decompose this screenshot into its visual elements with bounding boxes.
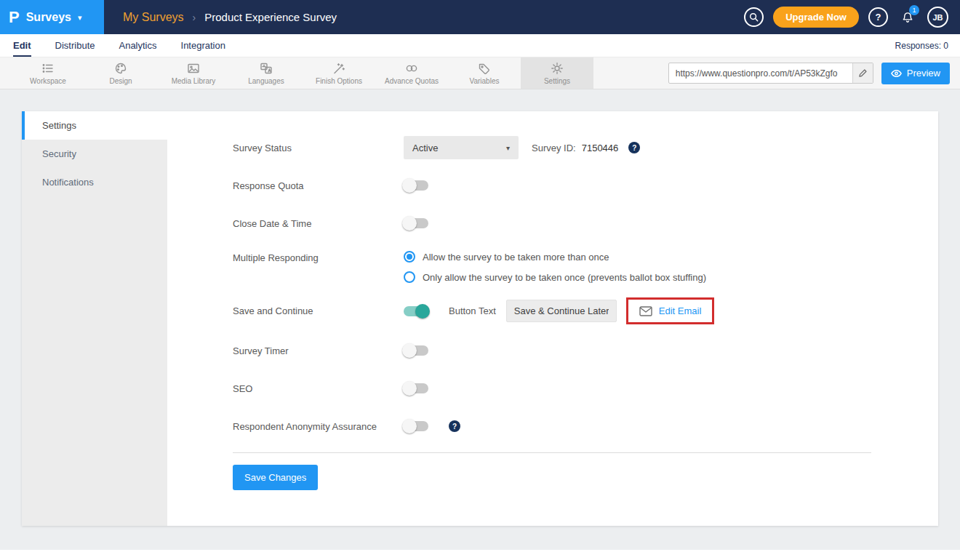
toolbar-item-media-library[interactable]: Media Library <box>157 57 230 89</box>
close-date-label: Close Date & Time <box>233 218 404 229</box>
survey-status-label: Survey Status <box>233 143 404 153</box>
toolbar-item-finish-options[interactable]: Finish Options <box>303 57 375 89</box>
questionpro-logo-icon: P <box>9 9 20 25</box>
anonymity-help-icon[interactable]: ? <box>449 420 460 432</box>
tab-distribute[interactable]: Distribute <box>55 34 95 57</box>
toolbar-item-label: Settings <box>544 77 570 85</box>
edit-url-button[interactable] <box>852 63 873 83</box>
form-divider <box>233 452 871 453</box>
variables-icon <box>477 61 492 76</box>
survey-id-help-icon[interactable]: ? <box>628 142 640 153</box>
breadcrumb-survey-title: Product Experience Survey <box>204 11 337 23</box>
chevron-right-icon: › <box>193 12 196 23</box>
survey-url-box <box>668 63 873 84</box>
save-and-continue-label: Save and Continue <box>233 305 404 316</box>
toolbar-item-label: Media Library <box>172 77 216 85</box>
breadcrumb: My Surveys › Product Experience Survey <box>123 11 337 24</box>
response-quota-label: Response Quota <box>233 180 404 191</box>
seo-label: SEO <box>233 383 404 394</box>
toolbar-item-design[interactable]: Design <box>84 57 157 89</box>
tab-edit[interactable]: Edit <box>13 34 31 57</box>
survey-status-value: Active <box>412 143 438 153</box>
toolbar-item-settings[interactable]: Settings <box>521 57 593 89</box>
preview-label: Preview <box>907 68 940 79</box>
envelope-icon <box>639 306 652 316</box>
search-button[interactable] <box>744 7 764 27</box>
notifications-button[interactable]: 1 <box>897 7 918 28</box>
toolbar-right: Preview <box>668 57 950 89</box>
preview-button[interactable]: Preview <box>881 63 950 84</box>
toggle-knob <box>402 343 417 358</box>
help-button[interactable]: ? <box>868 7 888 27</box>
save-changes-button[interactable]: Save Changes <box>233 465 318 490</box>
finish-options-icon <box>332 61 346 76</box>
chevron-down-icon: ▾ <box>78 13 82 23</box>
toolbar-item-label: Languages <box>248 77 284 85</box>
radio-unselected-icon <box>404 271 415 283</box>
sidebar-item-settings[interactable]: Settings <box>22 111 167 140</box>
toolbar-item-label: Design <box>109 77 132 85</box>
search-icon <box>749 12 759 22</box>
settings-card: Settings Security Notifications Survey S… <box>22 111 938 526</box>
product-switcher[interactable]: P Surveys ▾ <box>0 0 104 34</box>
settings-form: Survey Status Active ▾ Survey ID: 715044… <box>167 111 938 526</box>
toggle-knob <box>415 304 430 319</box>
seo-toggle[interactable] <box>404 383 428 393</box>
advance-quotas-icon <box>404 61 419 76</box>
user-avatar[interactable]: JB <box>927 7 948 28</box>
radio-label: Allow the survey to be taken more than o… <box>423 252 609 263</box>
toolbar-item-label: Variables <box>470 77 500 85</box>
languages-icon <box>259 61 273 76</box>
survey-timer-label: Survey Timer <box>233 345 404 356</box>
edit-email-highlight-box[interactable]: Edit Email <box>626 297 715 324</box>
edit-email-link[interactable]: Edit Email <box>659 305 702 316</box>
topbar-actions: Upgrade Now ? 1 JB <box>744 7 948 28</box>
anonymity-toggle[interactable] <box>404 421 428 431</box>
eye-icon <box>891 69 902 78</box>
response-quota-row: Response Quota <box>233 174 938 197</box>
toolbar-item-languages[interactable]: Languages <box>230 57 303 89</box>
sidebar-item-notifications[interactable]: Notifications <box>22 168 167 196</box>
media-library-icon <box>186 61 201 76</box>
toolbar-item-workspace[interactable]: Workspace <box>12 57 84 89</box>
toggle-knob <box>402 419 417 433</box>
radio-label: Only allow the survey to be taken once (… <box>423 272 706 283</box>
nav-tabs: Edit Distribute Analytics Integration <box>13 34 225 57</box>
radio-allow-once[interactable]: Only allow the survey to be taken once (… <box>404 271 706 283</box>
toolbar-item-label: Finish Options <box>316 77 362 85</box>
save-and-continue-toggle[interactable] <box>404 306 428 316</box>
notification-badge: 1 <box>909 5 919 15</box>
toolbar-item-variables[interactable]: Variables <box>448 57 521 89</box>
survey-timer-row: Survey Timer <box>233 339 938 362</box>
sidebar-item-security[interactable]: Security <box>22 140 167 168</box>
survey-timer-toggle[interactable] <box>404 345 428 356</box>
upgrade-now-button[interactable]: Upgrade Now <box>773 7 859 28</box>
close-date-toggle[interactable] <box>404 218 428 228</box>
toolbar-item-label: Advance Quotas <box>385 77 439 85</box>
toolbar-item-advance-quotas[interactable]: Advance Quotas <box>375 57 448 89</box>
tab-integration[interactable]: Integration <box>181 34 225 57</box>
responses-count: Responses: 0 <box>895 34 948 57</box>
top-bar: P Surveys ▾ My Surveys › Product Experie… <box>0 0 960 34</box>
response-quota-toggle[interactable] <box>404 180 428 191</box>
question-mark-icon: ? <box>876 12 881 23</box>
seo-row: SEO <box>233 377 938 400</box>
anonymity-row: Respondent Anonymity Assurance ? <box>233 415 938 438</box>
survey-status-select[interactable]: Active ▾ <box>404 136 519 159</box>
settings-sidebar: Settings Security Notifications <box>22 111 167 526</box>
multiple-responding-options: Allow the survey to be taken more than o… <box>404 249 706 283</box>
settings-icon <box>550 61 564 76</box>
survey-id-value: 7150446 <box>582 143 619 153</box>
design-icon <box>113 61 128 76</box>
close-date-row: Close Date & Time <box>233 212 938 235</box>
radio-allow-multiple[interactable]: Allow the survey to be taken more than o… <box>404 251 706 263</box>
workspace-icon <box>41 61 55 76</box>
survey-url-input[interactable] <box>669 68 852 79</box>
primary-nav: Edit Distribute Analytics Integration Re… <box>0 34 960 57</box>
breadcrumb-my-surveys[interactable]: My Surveys <box>123 11 184 24</box>
survey-status-row: Survey Status Active ▾ Survey ID: 715044… <box>233 136 938 159</box>
tab-analytics[interactable]: Analytics <box>119 34 156 57</box>
button-text-input[interactable] <box>506 300 617 322</box>
product-name: Surveys <box>26 11 71 24</box>
multiple-responding-label: Multiple Responding <box>233 249 404 263</box>
